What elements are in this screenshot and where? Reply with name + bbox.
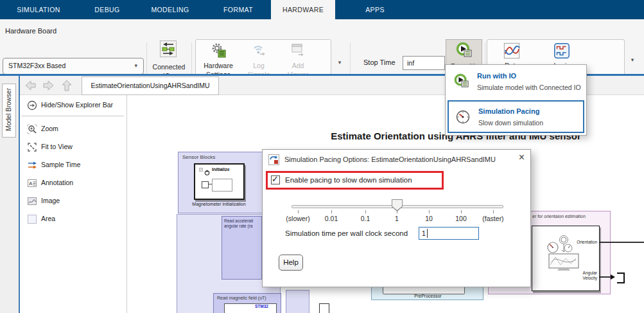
simulink-window: SIMULATION DEBUG MODELING FORMAT HARDWAR… <box>0 0 644 313</box>
arrowhead-icon <box>611 274 615 280</box>
palette-sample-time[interactable]: Sample Time <box>20 159 126 171</box>
read-accel-block[interactable]: Read accelerati angular rate (ra <box>222 216 262 280</box>
connected-io-icon <box>160 40 177 60</box>
sim-time-label: Simulation time per wall clock second <box>285 229 408 237</box>
model-browser-tab[interactable]: Model Browser <box>2 84 16 138</box>
slider-label-slower: (slower) <box>286 215 309 222</box>
slider-label-10: 10 <box>425 215 433 222</box>
slider-label-01: 0.1 <box>361 215 370 222</box>
add-viewer-icon <box>290 42 306 60</box>
port-angular-label-1: Angular <box>583 271 597 276</box>
document-tab[interactable]: EstimateOrientationUsingAHRSandIMU <box>82 76 219 95</box>
highlight-box <box>266 171 444 190</box>
menu-item-simulation-pacing[interactable]: Simulation Pacing Slow down simulation <box>448 100 584 133</box>
run-with-io-icon <box>456 42 473 61</box>
port-orientation-label: Orientation <box>577 240 597 244</box>
svg-text:A: A <box>29 181 33 186</box>
run-with-io-menu: Run with IO Simulate model with Connecte… <box>445 64 587 136</box>
terminator-icon <box>617 273 625 283</box>
palette-zoom[interactable]: Zoom <box>20 123 126 135</box>
hide-show-explorer-icon <box>27 100 37 113</box>
palette-annotation[interactable]: A Annotation <box>20 177 126 189</box>
hardware-board-select[interactable]: STM32F3xx Based ▾ <box>3 58 144 75</box>
port-block-partial[interactable] <box>319 303 329 313</box>
magnetometer-init-label: Magnetometer initialization <box>187 202 251 206</box>
menu-item-run-with-io[interactable]: Run with IO Simulate model with Connecte… <box>446 65 586 100</box>
read-accel-label-1: Read accelerati <box>224 219 253 224</box>
toolstrip-overflow-caret[interactable]: ▾ <box>627 57 638 63</box>
initialize-label: Initialize <box>212 167 230 172</box>
run-with-io-icon <box>454 73 469 91</box>
slider-label-faster: (faster) <box>482 215 503 222</box>
read-mag-block[interactable]: Read magnetic field (uT) STM32 <box>213 293 281 313</box>
slider-label-1: 1 <box>395 215 399 222</box>
image-icon <box>27 196 37 209</box>
tab-format[interactable]: FORMAT <box>213 0 263 19</box>
gauge-icon <box>455 109 471 127</box>
tab-apps[interactable]: APPS <box>353 0 397 19</box>
dialog-title: Simulation Pacing Options: EstimateOrien… <box>284 156 496 163</box>
slider-label-100: 100 <box>455 215 467 222</box>
port-angular-label-2: Velocity <box>583 276 597 281</box>
subsystem-block-partial[interactable] <box>286 290 309 313</box>
magnetometer-init-block[interactable]: Initialize <box>194 163 245 200</box>
hardware-board-value: STM32F3xx Based <box>8 62 65 69</box>
stm32-label: STM32 <box>255 304 268 309</box>
preprocessor-label: PreProcessor <box>372 294 484 298</box>
pacing-dialog-icon <box>268 154 279 168</box>
prepare-gallery-caret[interactable]: ▾ <box>334 59 345 66</box>
sim-time-input[interactable]: 1 <box>419 227 479 240</box>
connected-io-label-1: Connected <box>146 63 191 71</box>
chevron-down-icon: ▾ <box>134 62 137 69</box>
signal-line-orientation <box>600 242 644 243</box>
tab-simulation[interactable]: SIMULATION <box>6 0 71 19</box>
data-inspector-icon <box>503 42 521 61</box>
close-icon[interactable]: × <box>519 152 525 163</box>
tab-modeling[interactable]: MODELING <box>144 0 196 19</box>
signal-line-angular <box>600 276 611 278</box>
stop-time-input[interactable]: inf <box>403 56 445 70</box>
annotation-icon: A <box>27 178 37 191</box>
tab-hardware[interactable]: HARDWARE <box>271 0 335 19</box>
fit-to-view-icon <box>27 142 37 155</box>
read-mag-label: Read magnetic field (uT) <box>217 296 266 300</box>
palette-image[interactable]: Image <box>20 195 126 207</box>
up-arrow-button[interactable] <box>62 80 72 94</box>
power-icon <box>204 166 210 178</box>
read-accel-label-2: angular rate (ra <box>224 224 253 229</box>
palette-fit-to-view[interactable]: Fit to View <box>20 141 126 153</box>
zoom-icon <box>27 124 37 137</box>
estimator-region-label: er for orientaion estimation <box>532 214 586 219</box>
sensor-blocks-label: Sensor Blocks <box>182 154 215 160</box>
hardware-board-label: Hardware Board <box>5 27 57 35</box>
palette-area[interactable]: Area <box>20 213 126 225</box>
log-signals-icon <box>250 42 267 60</box>
help-button[interactable]: Help <box>279 255 303 271</box>
simulation-pacing-dialog: Simulation Pacing Options: EstimateOrien… <box>262 149 531 287</box>
area-icon <box>27 214 37 227</box>
estimator-block[interactable]: Orientation Angular Velocity <box>532 226 600 291</box>
forward-arrow-button[interactable] <box>43 80 55 93</box>
back-arrow-button[interactable] <box>24 80 36 93</box>
slider-label-001: 0.01 <box>325 215 338 222</box>
sample-time-icon <box>27 160 37 173</box>
text-caret <box>427 229 428 238</box>
hardware-settings-icon <box>210 42 227 60</box>
stop-time-label: Stop Time <box>363 58 396 66</box>
model-browser-label: Model Browser <box>5 88 12 131</box>
tab-debug[interactable]: DEBUG <box>85 0 130 19</box>
ribbon-tabbar: SIMULATION DEBUG MODELING FORMAT HARDWAR… <box>0 0 644 19</box>
palette-hide-show-explorer[interactable]: Hide/Show Explorer Bar <box>20 100 126 111</box>
logic-analyzer-icon <box>553 42 571 61</box>
